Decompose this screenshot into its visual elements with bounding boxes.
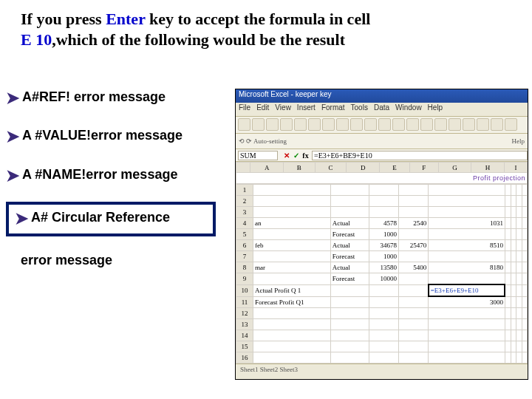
cell[interactable] <box>505 319 511 330</box>
cell[interactable] <box>522 319 527 330</box>
cell[interactable] <box>398 284 428 296</box>
cell[interactable] <box>522 229 527 240</box>
cell[interactable] <box>505 262 511 273</box>
cell[interactable] <box>505 251 511 262</box>
cell[interactable] <box>429 207 505 218</box>
cell[interactable] <box>511 262 516 273</box>
cell[interactable] <box>516 262 522 273</box>
cell[interactable]: 3000 <box>429 296 505 308</box>
cell[interactable] <box>369 308 398 319</box>
help-icon[interactable] <box>505 118 517 131</box>
cell[interactable] <box>516 218 522 229</box>
row-header[interactable]: 8 <box>236 262 253 273</box>
cell[interactable] <box>253 207 331 218</box>
chart-icon[interactable] <box>463 118 475 131</box>
cell[interactable] <box>330 196 369 207</box>
cell[interactable]: 8180 <box>429 262 505 273</box>
cell[interactable] <box>522 341 527 352</box>
sum-icon[interactable] <box>420 118 433 131</box>
cell[interactable]: 10000 <box>369 273 398 285</box>
cell[interactable] <box>398 352 428 364</box>
menu-format[interactable]: Format <box>321 103 345 115</box>
cell[interactable] <box>516 196 522 207</box>
col-b[interactable]: B <box>284 163 316 173</box>
cell[interactable] <box>516 319 522 330</box>
cell[interactable] <box>429 273 505 285</box>
cell[interactable]: Forecast <box>330 273 369 285</box>
cell[interactable] <box>253 319 331 330</box>
cell[interactable] <box>429 319 505 330</box>
cell[interactable] <box>253 273 331 285</box>
cell[interactable] <box>522 296 527 308</box>
name-box[interactable]: SUM <box>238 151 278 160</box>
cell[interactable] <box>522 330 527 341</box>
row-header[interactable]: 4 <box>236 218 253 229</box>
cell[interactable] <box>516 284 522 296</box>
cell[interactable] <box>511 196 516 207</box>
sheet-tabs[interactable]: Sheet1 Sheet2 Sheet3 <box>236 364 528 379</box>
cell[interactable] <box>522 308 527 319</box>
cell[interactable] <box>505 196 511 207</box>
menu-window[interactable]: Window <box>395 103 422 115</box>
col-g[interactable]: G <box>438 163 471 173</box>
cell[interactable] <box>505 273 511 285</box>
open-icon[interactable] <box>252 118 265 131</box>
paste-icon[interactable] <box>350 118 363 131</box>
col-a[interactable]: A <box>250 163 284 173</box>
cell[interactable] <box>511 229 516 240</box>
link-icon[interactable] <box>406 118 419 131</box>
cell[interactable] <box>330 284 369 296</box>
cell[interactable] <box>505 218 511 229</box>
menu-help[interactable]: Help <box>428 103 443 115</box>
cell[interactable] <box>511 251 516 262</box>
cell[interactable] <box>522 284 527 296</box>
formatting-toolbar[interactable]: ⟲ ⟳ Auto-setting Help <box>236 134 528 149</box>
cell[interactable] <box>398 341 428 352</box>
cell[interactable] <box>505 308 511 319</box>
cell[interactable]: 8510 <box>429 240 505 251</box>
cell[interactable] <box>330 296 369 308</box>
cell[interactable] <box>398 185 428 196</box>
cell[interactable] <box>429 196 505 207</box>
row-header[interactable]: 14 <box>236 330 253 341</box>
cell[interactable] <box>398 229 428 240</box>
cell[interactable] <box>516 251 522 262</box>
col-e[interactable]: E <box>380 163 410 173</box>
corner-cell[interactable] <box>236 163 250 173</box>
cell[interactable] <box>429 330 505 341</box>
cell[interactable] <box>253 196 331 207</box>
cell[interactable]: Forecast <box>330 251 369 262</box>
row-header[interactable]: 13 <box>236 319 253 330</box>
cell[interactable] <box>516 273 522 285</box>
cell[interactable] <box>511 273 516 285</box>
cell[interactable]: 4578 <box>369 218 398 229</box>
cell[interactable]: Forecast Profit Q1 <box>253 296 331 308</box>
cell[interactable] <box>429 352 505 364</box>
cell[interactable] <box>516 296 522 308</box>
cell[interactable] <box>505 229 511 240</box>
row-header[interactable]: 2 <box>236 196 253 207</box>
cell[interactable] <box>253 251 331 262</box>
cell[interactable]: Actual Profit Q 1 <box>253 284 331 296</box>
row-header[interactable]: 11 <box>236 296 253 308</box>
cell[interactable] <box>330 308 369 319</box>
cell[interactable] <box>511 319 516 330</box>
cell[interactable] <box>330 207 369 218</box>
cell[interactable] <box>369 196 398 207</box>
cell[interactable] <box>398 308 428 319</box>
menu-edit[interactable]: Edit <box>256 103 269 115</box>
cell[interactable] <box>516 229 522 240</box>
cell[interactable]: 2540 <box>398 218 428 229</box>
cell[interactable] <box>330 330 369 341</box>
cell[interactable]: 1000 <box>369 251 398 262</box>
sort-desc-icon[interactable] <box>449 118 461 131</box>
cell[interactable] <box>511 330 516 341</box>
row-header[interactable]: 3 <box>236 207 253 218</box>
menu-insert[interactable]: Insert <box>297 103 316 115</box>
row-header[interactable]: 5 <box>236 229 253 240</box>
row-header[interactable]: 1 <box>236 185 253 196</box>
standard-toolbar[interactable] <box>236 117 528 134</box>
cell[interactable] <box>516 240 522 251</box>
row-header[interactable]: 16 <box>236 352 253 364</box>
cell[interactable] <box>369 296 398 308</box>
